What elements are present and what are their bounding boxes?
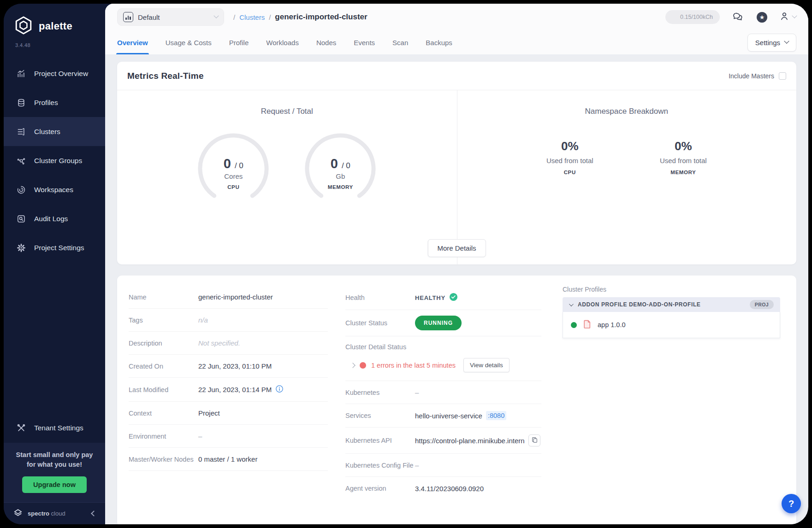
profile-group-header[interactable]: ADDON PROFILE DEMO-ADD-ON-PROFILE PROJ <box>563 297 780 312</box>
status-row-agent-version: Agent version 3.4.11/20230609.0920 <box>345 477 541 500</box>
namespace-stats: 0% Used from total CPU 0% Used from tota… <box>457 139 797 175</box>
cluster-profiles-title: Cluster Profiles <box>563 286 780 293</box>
status-row-health: Health HEALTHY <box>345 286 541 310</box>
sidebar-item-audit-logs[interactable]: Audit Logs <box>4 204 105 233</box>
cluster-status-column: Health HEALTHY Cluster Status RUNNING <box>345 286 541 500</box>
sidebar-item-project-settings[interactable]: Project Settings <box>4 233 105 262</box>
sidebar-item-label: Profiles <box>34 99 58 107</box>
view-details-button[interactable]: View details <box>463 358 510 372</box>
sidebar-item-label: Workspaces <box>34 186 73 194</box>
sidebar-footer: spectro cloud <box>4 502 105 524</box>
sidebar: palette 3.4.48 Project Overview Profiles <box>4 4 105 524</box>
sidebar-item-label: Cluster Groups <box>34 157 82 165</box>
metrics-title: Metrics Real-Time <box>127 71 204 81</box>
database-icon <box>16 98 26 108</box>
expand-chevron-icon[interactable] <box>350 363 355 368</box>
include-masters-label: Include Masters <box>729 72 774 80</box>
topbar-right: 0.15/100kCh ★ <box>665 10 796 24</box>
tab-usage-costs[interactable]: Usage & Costs <box>166 30 212 54</box>
metrics-card: Metrics Real-Time Include Masters Reques… <box>117 62 796 264</box>
copy-icon <box>532 437 538 444</box>
workspace-rings-icon <box>16 185 26 195</box>
error-dot-icon <box>360 362 366 369</box>
cluster-tabs: Overview Usage & Costs Profile Workloads… <box>117 30 452 54</box>
help-button[interactable]: ? <box>782 494 801 513</box>
upgrade-promo: Start small and only pay for what you us… <box>4 443 105 502</box>
profile-pack-label: app 1.0.0 <box>598 321 625 329</box>
settings-button-label: Settings <box>755 39 780 47</box>
tab-overview[interactable]: Overview <box>117 30 148 54</box>
sidebar-item-cluster-groups[interactable]: Cluster Groups <box>4 146 105 175</box>
profile-pack-item[interactable]: app 1.0.0 <box>563 312 780 338</box>
breadcrumb-separator: / <box>233 13 235 21</box>
tab-workloads[interactable]: Workloads <box>266 30 299 54</box>
star-circle-icon: ★ <box>757 12 767 23</box>
status-row-services: Services hello-universe-service :8080 <box>345 404 541 428</box>
project-chart-icon <box>123 12 133 22</box>
include-masters-checkbox[interactable] <box>779 72 786 80</box>
status-row-detail-status: Cluster Detail Status 1 errors in the la… <box>345 336 541 381</box>
chevron-down-icon <box>784 39 789 44</box>
tab-profile[interactable]: Profile <box>229 30 249 54</box>
whats-new-button[interactable]: ★ <box>757 12 767 23</box>
brand-logo-row: palette <box>4 4 105 37</box>
status-row-kubernetes: Kubernetes – <box>345 381 541 404</box>
brand-name: palette <box>39 20 72 32</box>
promo-text: Start small and only pay for what you us… <box>10 450 99 469</box>
upgrade-now-button[interactable]: Upgrade now <box>22 476 87 493</box>
tab-nodes[interactable]: Nodes <box>316 30 336 54</box>
chevron-down-icon <box>569 302 574 306</box>
audit-magnifier-icon <box>16 214 26 224</box>
detail-row-tags: Tags n/a <box>129 309 328 332</box>
detail-row-name: Name generic-imported-cluster <box>129 286 328 309</box>
sidebar-item-label: Clusters <box>34 128 60 136</box>
sidebar-item-tenant-settings[interactable]: Tenant Settings <box>4 414 105 443</box>
sidebar-item-profiles[interactable]: Profiles <box>4 88 105 117</box>
settings-button[interactable]: Settings <box>747 34 796 52</box>
breadcrumb-current: generic-imported-cluster <box>275 12 367 22</box>
sidebar-nav: Project Overview Profiles Clusters <box>4 59 105 262</box>
metrics-card-header: Metrics Real-Time Include Masters <box>117 62 796 90</box>
sidebar-item-label: Audit Logs <box>34 215 68 223</box>
scope-badge: PROJ <box>750 300 774 309</box>
chart-bars-icon <box>16 69 26 79</box>
running-badge: RUNNING <box>415 316 462 330</box>
tab-events[interactable]: Events <box>354 30 375 54</box>
breadcrumb-clusters-link[interactable]: Clusters <box>239 13 265 21</box>
status-row-config-file: Kubernetes Config File – <box>345 454 541 477</box>
info-icon[interactable] <box>275 385 284 394</box>
tab-backups[interactable]: Backups <box>426 30 452 54</box>
namespace-memory-stat: 0% Used from total MEMORY <box>649 139 718 175</box>
metrics-body: Request / Total 0 / 0 Cores CPU <box>117 90 796 264</box>
detail-row-context: Context Project <box>129 402 328 425</box>
copy-button[interactable] <box>528 434 540 446</box>
namespace-cpu-stat: 0% Used from total CPU <box>535 139 605 175</box>
request-total-title: Request / Total <box>117 107 457 116</box>
include-masters-control: Include Masters <box>729 72 786 80</box>
more-details-button[interactable]: More Details <box>427 239 486 257</box>
status-row-kubernetes-api: Kubernetes API https://control-plane.min… <box>345 428 541 454</box>
collapse-sidebar-icon[interactable] <box>91 510 97 516</box>
topbar: Default / Clusters / generic-imported-cl… <box>105 4 808 54</box>
chevron-down-icon <box>213 13 219 18</box>
sidebar-bottom: Tenant Settings Start small and only pay… <box>4 414 105 524</box>
sidebar-item-workspaces[interactable]: Workspaces <box>4 175 105 204</box>
tab-scan[interactable]: Scan <box>392 30 408 54</box>
namespace-breakdown-title: Namespace Breakdown <box>457 107 797 116</box>
user-menu[interactable] <box>779 11 796 23</box>
detail-row-last-modified: Last Modified 22 Jun, 2023, 01:14 PM <box>129 378 328 402</box>
sidebar-item-label: Tenant Settings <box>34 424 83 432</box>
cluster-profiles-column: Cluster Profiles ADDON PROFILE DEMO-ADD-… <box>563 286 780 338</box>
project-selector[interactable]: Default <box>117 8 224 26</box>
sidebar-item-project-overview[interactable]: Project Overview <box>4 59 105 88</box>
profile-group-label: ADDON PROFILE DEMO-ADD-ON-PROFILE <box>578 301 700 308</box>
palette-logo-icon <box>14 16 33 37</box>
clusters-list-icon <box>16 127 26 137</box>
topbar-row-primary: Default / Clusters / generic-imported-cl… <box>117 4 796 30</box>
chat-button[interactable] <box>732 11 744 23</box>
error-summary: 1 errors in the last 5 minutes <box>371 362 456 369</box>
status-row-cluster-status: Cluster Status RUNNING <box>345 310 541 336</box>
sidebar-item-label: Project Settings <box>34 244 84 252</box>
sidebar-item-clusters[interactable]: Clusters <box>4 117 105 146</box>
service-port-link[interactable]: :8080 <box>486 411 506 420</box>
